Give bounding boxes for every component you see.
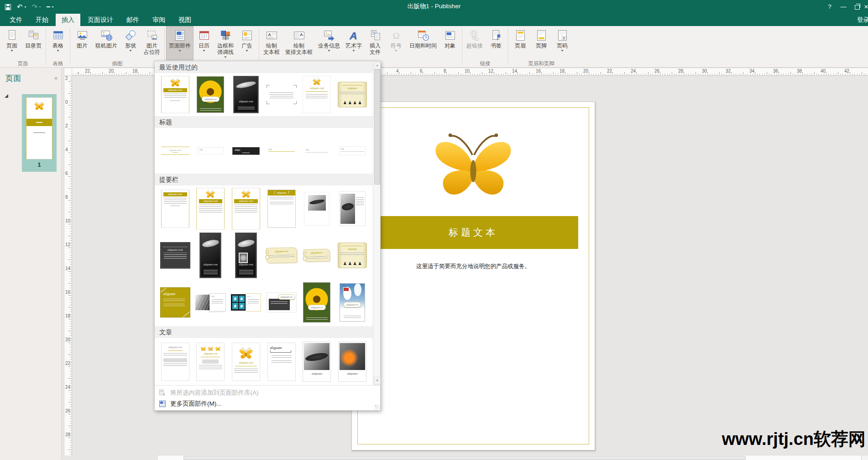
gallery-section-header-3: 提要栏: [155, 174, 373, 185]
draw-vtextbox-button[interactable]: A绘制 竖排文本框: [282, 26, 315, 60]
gallery-item[interactable]: aliguam era: [157, 338, 193, 385]
gallery-item[interactable]: aliguam er: [299, 279, 335, 326]
gallery-item[interactable]: aliguam erat: [228, 185, 264, 232]
thumb-heading: alig: [197, 147, 224, 154]
help-button[interactable]: ?: [823, 0, 837, 14]
thumb-story-butterfly: aliguam erat: [232, 343, 260, 381]
gallery-item[interactable]: aliguam: [335, 338, 370, 385]
scroll-up-icon[interactable]: ▲: [374, 62, 381, 69]
gallery-item[interactable]: alig: [193, 128, 229, 174]
picture-placeholder-button[interactable]: 图片 占位符: [141, 26, 163, 60]
datetime-button[interactable]: 日期和时间: [407, 26, 439, 60]
gallery-item[interactable]: aliguam erat: [299, 73, 335, 116]
page-number-button[interactable]: #页码▼: [552, 26, 573, 60]
publication-page[interactable]: 标题文本 这里适于简要而充分地说明您的产品或服务。: [351, 101, 595, 450]
tab-6[interactable]: 审阅: [146, 14, 171, 26]
ruler-label: 14: [65, 266, 70, 271]
gallery-item[interactable]: aliguam er: [264, 279, 299, 326]
scroll-down-icon[interactable]: ▼: [374, 377, 381, 385]
gallery-item[interactable]: essi: [228, 279, 264, 326]
butterfly-image[interactable]: [429, 129, 518, 208]
gallery-scrollbar-thumb[interactable]: [374, 69, 380, 185]
page-parts-button[interactable]: 页面部件▼: [166, 26, 193, 60]
gallery-scrollbar[interactable]: ▲ ▼: [373, 61, 380, 385]
restore-button[interactable]: [850, 0, 864, 14]
gallery-item[interactable]: aliguam er: [335, 279, 370, 326]
gallery-footer: A将所选内容添加到页面部件库(A)更多页面部件(M)...: [155, 385, 380, 410]
gallery-item[interactable]: aliguam era: [193, 338, 229, 385]
ribbon-button-label: 图片: [77, 42, 88, 49]
horizontal-scrollbar[interactable]: [158, 455, 868, 460]
gallery-item[interactable]: aliguam: [299, 338, 335, 385]
gallery-item[interactable]: aliguam erat: [193, 232, 229, 279]
gallery-item[interactable]: aliguam er: [193, 73, 229, 116]
gallery-item[interactable]: alig: [335, 128, 370, 174]
expand-triangle-icon[interactable]: [5, 94, 8, 98]
shapes-button[interactable]: 形状▼: [120, 26, 141, 60]
figures-icon: [343, 259, 362, 267]
gallery-item[interactable]: aliguam er: [299, 232, 335, 279]
footer-button[interactable]: 页脚: [531, 26, 552, 60]
gallery-item[interactable]: aliguam erat: [157, 185, 193, 232]
calendar-button[interactable]: 日历▼: [193, 26, 214, 60]
tab-4[interactable]: 页面设计: [82, 14, 119, 26]
wordart-button[interactable]: A艺术字▼: [343, 26, 365, 60]
gallery-item[interactable]: aliguam: [335, 73, 370, 116]
advertisements-button[interactable]: 广告▼: [236, 26, 257, 60]
catalog-pages-button[interactable]: 目录页: [22, 26, 44, 60]
borders-accents-button[interactable]: 边框和 强调线▼: [214, 26, 236, 60]
close-button[interactable]: ✕: [864, 0, 868, 14]
scrollbar-thumb[interactable]: [183, 456, 746, 460]
gallery-item[interactable]: aliguam: [264, 338, 299, 385]
ribbon-group-label: 插图: [72, 60, 163, 67]
business-info-button[interactable]: 业务信息▼: [315, 26, 343, 60]
gallery-item[interactable]: [299, 185, 335, 232]
title-text-box[interactable]: 标题文本: [368, 216, 578, 249]
advertisements-icon: [241, 28, 253, 42]
gallery-item[interactable]: [264, 73, 299, 116]
gallery-item[interactable]: aliguam erat: [157, 232, 193, 279]
bookmark-button[interactable]: 书签: [486, 26, 507, 60]
resize-grip[interactable]: [375, 405, 379, 409]
add-gallery-icon: A: [159, 389, 170, 397]
gallery-item[interactable]: {aliguam}: [264, 185, 299, 232]
gallery-item[interactable]: essi: [193, 279, 229, 326]
gallery-item[interactable]: aliguam erat: [157, 73, 193, 116]
gallery-item[interactable]: aligu: [228, 128, 264, 174]
vertical-ruler[interactable]: 20246810121416182022242628: [64, 76, 72, 455]
picture-button[interactable]: 图片: [72, 26, 93, 60]
gallery-item[interactable]: aliguam erat: [228, 73, 264, 116]
group-separator: [259, 27, 259, 65]
gallery-item[interactable]: alig: [264, 128, 299, 174]
online-pictures-button[interactable]: 联机图片: [93, 26, 120, 60]
gallery-item[interactable]: aliguam: [157, 279, 193, 326]
tab-1[interactable]: 文件: [4, 14, 28, 26]
page-number-icon: #: [556, 28, 569, 42]
gallery-item[interactable]: aliguam: [335, 232, 370, 279]
gallery-item[interactable]: aliguam erat: [193, 185, 229, 232]
tab-5[interactable]: 邮件: [120, 14, 145, 26]
more-page-parts-item[interactable]: 更多页面部件(M)...: [155, 398, 380, 409]
page-button[interactable]: 页面▼: [1, 26, 22, 60]
body-text[interactable]: 这里适于简要而充分地说明您的产品或服务。: [352, 263, 595, 270]
tab-7[interactable]: 视图: [173, 14, 197, 26]
sign-in-link[interactable]: 登录: [857, 14, 868, 26]
tab-2[interactable]: 开始: [30, 14, 54, 26]
object-button[interactable]: 对象: [439, 26, 460, 60]
gallery-item[interactable]: alig: [299, 128, 335, 174]
gallery-item[interactable]: [335, 185, 370, 232]
insert-file-button[interactable]: 插入 文件: [365, 26, 386, 60]
draw-textbox-button[interactable]: A绘制 文本框: [261, 26, 282, 60]
page-thumbnail-1[interactable]: 1: [22, 94, 57, 172]
gallery-item[interactable]: aliguam erat: [228, 338, 264, 385]
header-button[interactable]: 页眉: [510, 26, 531, 60]
tab-3[interactable]: 插入: [56, 14, 80, 26]
table-button[interactable]: 表格▼: [47, 26, 68, 60]
gallery-item[interactable]: aliguam erat: [157, 128, 193, 174]
gallery-item[interactable]: aliguam era: [264, 232, 299, 279]
ruler-label: 18: [559, 69, 565, 74]
collapse-panel-icon[interactable]: «: [54, 75, 58, 81]
ribbon-group-buttons: A绘制 文本框A绘制 竖排文本框业务信息▼A艺术字▼插入 文件Ω符号▼日期和时间…: [261, 26, 460, 60]
minimize-button[interactable]: —: [837, 0, 850, 14]
gallery-item[interactable]: aliguam erat: [228, 232, 264, 279]
